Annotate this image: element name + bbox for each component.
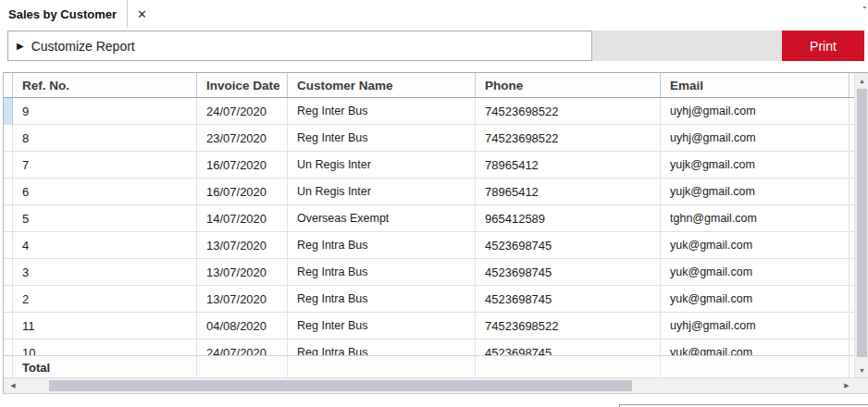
cell-email[interactable]: uyhj@gmail.com xyxy=(661,313,849,339)
cell-ref-no[interactable]: 4 xyxy=(13,232,197,258)
cell-ref-no[interactable]: 6 xyxy=(13,179,197,204)
row-selector-cell[interactable] xyxy=(4,125,13,151)
cell-customer-name[interactable]: Reg Inter Bus xyxy=(288,313,476,339)
cell-customer-name[interactable]: Reg Inter Bus xyxy=(288,98,476,124)
cell-ref-no[interactable]: 2 xyxy=(13,286,197,312)
cell-email[interactable]: yujk@gmail.com xyxy=(661,152,849,178)
table-row[interactable]: 4 13/07/2020 Reg Intra Bus 4523698745 yu… xyxy=(4,232,868,259)
row-selector-cell[interactable] xyxy=(4,313,13,339)
screen-edge-artifact xyxy=(863,6,866,8)
cell-customer-name[interactable]: Reg Intra Bus xyxy=(288,286,476,312)
table-row[interactable]: 6 16/07/2020 Un Regis Inter 78965412 yuj… xyxy=(4,179,868,205)
cell-email[interactable]: yuk@gmail.com xyxy=(661,232,849,258)
horizontal-scrollbar[interactable]: ◀ ▶ xyxy=(4,377,868,393)
cell-customer-name[interactable]: Un Regis Inter xyxy=(288,152,476,178)
customize-report-expander[interactable]: ▶ Customize Report xyxy=(7,31,592,61)
vertical-scrollbar[interactable]: ▲ ▼ xyxy=(854,73,868,378)
total-selector-cell xyxy=(4,356,13,378)
table-header-row: Ref. No. Invoice Date Customer Name Phon… xyxy=(4,73,868,98)
cell-email[interactable]: yuk@gmail.com xyxy=(661,259,849,285)
horizontal-scrollbar-thumb[interactable] xyxy=(49,380,632,391)
table-row[interactable]: 9 24/07/2020 Reg Inter Bus 74523698522 u… xyxy=(4,98,868,125)
cell-ref-no[interactable]: 9 xyxy=(13,98,197,124)
cell-ref-no[interactable]: 8 xyxy=(13,125,197,151)
cell-invoice-date[interactable]: 16/07/2020 xyxy=(197,179,288,204)
cell-email[interactable]: yujk@gmail.com xyxy=(661,179,849,204)
sales-by-customer-table: Ref. No. Invoice Date Customer Name Phon… xyxy=(3,72,868,394)
cell-customer-name[interactable]: Reg Intra Bus xyxy=(288,259,476,285)
row-selector-cell[interactable] xyxy=(4,286,13,312)
cell-invoice-date[interactable]: 04/08/2020 xyxy=(197,313,288,339)
table-row[interactable]: 3 13/07/2020 Reg Intra Bus 4523698745 yu… xyxy=(4,259,868,286)
cell-ref-no[interactable]: 10 xyxy=(13,339,197,355)
cell-phone[interactable]: 4523698745 xyxy=(476,259,661,285)
cell-phone[interactable]: 78965412 xyxy=(476,179,661,204)
cell-ref-no[interactable]: 3 xyxy=(13,259,197,285)
tab-title: Sales by Customer xyxy=(8,7,117,21)
cell-email[interactable]: tghn@gmail.com xyxy=(661,205,849,231)
cell-invoice-date[interactable]: 13/07/2020 xyxy=(197,259,288,285)
cell-phone[interactable]: 78965412 xyxy=(476,152,661,178)
cell-phone[interactable]: 74523698522 xyxy=(476,98,661,124)
table-row[interactable]: 2 13/07/2020 Reg Intra Bus 4523698745 yu… xyxy=(4,286,868,313)
row-selector-cell[interactable] xyxy=(4,339,13,355)
column-header-invoice-date[interactable]: Invoice Date xyxy=(197,73,288,97)
cell-invoice-date[interactable]: 24/07/2020 xyxy=(197,339,288,355)
row-selector-cell[interactable] xyxy=(4,152,13,178)
tab-separator xyxy=(127,0,128,28)
scroll-left-icon[interactable]: ◀ xyxy=(6,378,20,393)
cell-phone[interactable]: 4523698745 xyxy=(476,286,661,312)
column-header-ref-no[interactable]: Ref. No. xyxy=(13,73,197,97)
cell-customer-name[interactable]: Overseas Exempt xyxy=(288,205,476,231)
header-selector-cell xyxy=(4,73,13,97)
table-body: 9 24/07/2020 Reg Inter Bus 74523698522 u… xyxy=(4,98,868,355)
cell-phone[interactable]: 4523698745 xyxy=(476,339,661,355)
cell-email[interactable]: yuk@gmail.com xyxy=(661,339,849,355)
cell-invoice-date[interactable]: 24/07/2020 xyxy=(197,98,288,124)
cell-email[interactable]: uyhj@gmail.com xyxy=(661,125,849,151)
row-selector-cell[interactable] xyxy=(4,179,13,204)
cell-phone[interactable]: 4523698745 xyxy=(476,232,661,258)
cell-phone[interactable]: 74523698522 xyxy=(476,125,661,151)
cell-customer-name[interactable]: Reg Inter Bus xyxy=(288,125,476,151)
tab-sales-by-customer[interactable]: Sales by Customer ✕ xyxy=(0,0,147,28)
expander-arrow-icon: ▶ xyxy=(17,41,24,51)
cell-invoice-date[interactable]: 14/07/2020 xyxy=(197,205,288,231)
table-row[interactable]: 7 16/07/2020 Un Regis Inter 78965412 yuj… xyxy=(4,152,868,179)
cell-email[interactable]: uyhj@gmail.com xyxy=(661,98,849,124)
cell-email[interactable]: yuk@gmail.com xyxy=(661,286,849,312)
cell-ref-no[interactable]: 7 xyxy=(13,152,197,178)
column-header-phone[interactable]: Phone xyxy=(476,73,661,97)
print-button[interactable]: Print xyxy=(782,31,864,61)
cell-customer-name[interactable]: Reg Intra Bus xyxy=(288,232,476,258)
cell-ref-no[interactable]: 5 xyxy=(13,205,197,231)
row-selector-cell[interactable] xyxy=(4,205,13,231)
scroll-down-icon[interactable]: ▼ xyxy=(855,364,868,377)
row-selector-cell[interactable] xyxy=(4,232,13,258)
cell-customer-name[interactable]: Un Regis Inter xyxy=(288,179,476,204)
total-label: Total xyxy=(13,356,197,378)
table-total-row: Total xyxy=(4,355,868,378)
scroll-right-icon[interactable]: ▶ xyxy=(839,378,854,393)
table-row[interactable]: 11 04/08/2020 Reg Inter Bus 74523698522 … xyxy=(4,313,868,339)
cell-customer-name[interactable]: Reg Intra Bus xyxy=(288,339,476,355)
tab-close-icon[interactable]: ✕ xyxy=(137,8,147,20)
cell-phone[interactable]: 74523698522 xyxy=(476,313,661,339)
table-row[interactable]: 10 24/07/2020 Reg Intra Bus 4523698745 y… xyxy=(4,339,868,355)
column-header-email[interactable]: Email xyxy=(661,73,849,97)
cell-invoice-date[interactable]: 23/07/2020 xyxy=(197,125,288,151)
cell-ref-no[interactable]: 11 xyxy=(13,313,197,339)
customize-report-label: Customize Report xyxy=(31,39,135,54)
cell-phone[interactable]: 965412589 xyxy=(476,205,661,231)
table-row[interactable]: 8 23/07/2020 Reg Inter Bus 74523698522 u… xyxy=(4,125,868,152)
cell-invoice-date[interactable]: 16/07/2020 xyxy=(197,152,288,178)
row-selector-cell[interactable] xyxy=(4,98,13,124)
scroll-up-icon[interactable]: ▲ xyxy=(855,74,868,88)
column-header-customer-name[interactable]: Customer Name xyxy=(288,73,476,97)
tab-bar: Sales by Customer ✕ xyxy=(0,0,868,28)
cell-invoice-date[interactable]: 13/07/2020 xyxy=(197,232,288,258)
table-row[interactable]: 5 14/07/2020 Overseas Exempt 965412589 t… xyxy=(4,205,868,232)
vertical-scrollbar-thumb[interactable] xyxy=(857,89,867,357)
row-selector-cell[interactable] xyxy=(4,259,13,285)
cell-invoice-date[interactable]: 13/07/2020 xyxy=(197,286,288,312)
